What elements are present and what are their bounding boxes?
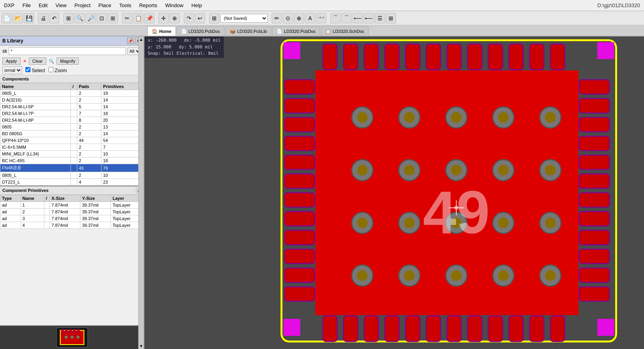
arr3-btn[interactable]: ☰ (375, 13, 385, 23)
print-btn[interactable]: 🖨 (38, 13, 48, 23)
table-row[interactable]: DR2.54-M-LI-8P 8 20 (0, 117, 144, 124)
schdoc-icon: 📋 (325, 29, 331, 34)
grid-btn[interactable]: ⊞ (209, 13, 219, 23)
tab-pcbdoc2[interactable]: 📄 LD3320.PcbDoc (272, 26, 320, 36)
tab-schdoc[interactable]: 📋 LD3320.SchDoc (321, 26, 369, 36)
table-row[interactable]: ad 1 7.874mil 39.37mil TopLayer (0, 202, 144, 209)
apply-button[interactable]: Apply (2, 58, 21, 65)
table-row[interactable]: ad 2 7.874mil 39.37mil TopLayer (0, 209, 144, 215)
table-row[interactable]: QFP44-10*10 44 54 (0, 137, 144, 144)
magnify-icon[interactable]: 🔍 (49, 59, 54, 64)
arr2-btn[interactable]: ⟵ (364, 13, 374, 23)
comp-primitives: 18 (101, 110, 144, 117)
clear-icon[interactable]: ✕ (23, 59, 27, 64)
menu-window[interactable]: Window (161, 1, 187, 10)
menu-help[interactable]: Help (187, 1, 206, 10)
col-prims[interactable]: Primitives (101, 83, 144, 90)
comp-pads: 44 (77, 137, 101, 144)
select-checkbox[interactable] (25, 67, 30, 72)
coord-btn[interactable]: ⁺⁰·⁰ (316, 13, 326, 23)
menu-place[interactable]: Place (95, 1, 116, 10)
undo-btn[interactable]: ↶ (49, 13, 59, 23)
arr1-btn[interactable]: ⟵ (352, 13, 363, 23)
table-row[interactable]: DR2.54-M-LI-5P 5 14 (0, 104, 144, 110)
table-row[interactable]: ad 4 7.874mil 39.37mil TopLayer (0, 222, 144, 229)
table-row[interactable]: BD 0805G 2 14 (0, 130, 144, 137)
not-saved-dropdown[interactable]: (Not Saved) (220, 14, 268, 23)
table-row[interactable]: MINI_MELF (LL34) 2 10 (0, 151, 144, 157)
filter-dropdown[interactable]: ormal (2, 66, 22, 74)
save-btn[interactable]: 💾 (24, 13, 34, 23)
redo2-btn[interactable]: ↩ (195, 13, 205, 23)
table-row[interactable]: FN48语音 49 79 (0, 164, 144, 172)
svg-rect-47 (284, 99, 314, 113)
pencil-btn[interactable]: ✏ (272, 13, 282, 23)
menu-tools[interactable]: Tools (115, 1, 135, 10)
via-btn[interactable]: ⊙ (283, 13, 293, 23)
menu-dxp[interactable]: DXP (0, 1, 19, 10)
zoom-out-btn[interactable]: 🔎 (86, 13, 96, 23)
table-row[interactable]: 0805_L 2 10 (0, 172, 144, 179)
tab-pcblib[interactable]: 📦 LD3320.PcbLib (225, 26, 271, 36)
svg-rect-23 (343, 44, 358, 70)
table-row[interactable]: 0805 2 13 (0, 124, 144, 130)
prim-col-type[interactable]: Type (0, 195, 21, 202)
clear-button[interactable]: Clear (29, 58, 46, 65)
select-btn[interactable]: ⊕ (170, 13, 180, 23)
open-btn[interactable]: 📂 (13, 13, 23, 23)
tab-home[interactable]: 🏠 Home (147, 26, 176, 36)
zoom-area-btn[interactable]: ⊞ (108, 13, 118, 23)
text-btn[interactable]: A (305, 13, 315, 23)
menu-file[interactable]: File (19, 1, 35, 10)
pin-btn[interactable]: 📌 (127, 38, 133, 44)
resize-handle[interactable]: ▲ ▼ (138, 36, 144, 349)
menu-view[interactable]: View (51, 1, 70, 10)
comp-slash (70, 117, 77, 124)
pcb-svg[interactable]: 49 (145, 36, 644, 349)
col-slash[interactable]: / (70, 83, 77, 90)
arc1-btn[interactable]: ⌒ (330, 13, 341, 23)
cut-btn[interactable]: ✂ (122, 13, 132, 23)
target-btn[interactable]: ⊕ (294, 13, 304, 23)
search-input[interactable] (9, 47, 126, 55)
table-row[interactable]: BC HC-49S 2 18 (0, 157, 144, 164)
col-name[interactable]: Name (0, 83, 71, 90)
layers-btn[interactable]: ⊞ (63, 13, 74, 23)
table-row[interactable]: 0805_L 2 19 (0, 90, 144, 97)
svg-rect-68 (579, 268, 610, 282)
zoom-checkbox[interactable] (48, 67, 53, 72)
comp-slash (70, 124, 77, 130)
svg-rect-31 (509, 44, 523, 70)
menu-reports[interactable]: Reports (135, 1, 161, 10)
tab-pcbdoc1[interactable]: 📄 LD3320.PcbDoc (177, 26, 225, 36)
menu-project[interactable]: Project (70, 1, 94, 10)
svg-point-109 (545, 270, 556, 281)
table-row[interactable]: ad 3 7.874mil 39.37mil TopLayer (0, 215, 144, 222)
prim-col-slash[interactable]: / (44, 195, 50, 202)
arc2-btn[interactable]: ⌒ (341, 13, 352, 23)
svg-rect-39 (426, 316, 440, 341)
prim-col-ysize[interactable]: Y-Size (80, 195, 111, 202)
table-row[interactable]: DR2.54-M-LI-7P 7 18 (0, 110, 144, 117)
table-row[interactable]: D A(3216) 2 14 (0, 97, 144, 104)
col-pads[interactable]: Pads (77, 83, 101, 90)
prim-col-name[interactable]: Name (21, 195, 44, 202)
arr4-btn[interactable]: ⊞ (386, 13, 396, 23)
table-row[interactable]: DT223_L 4 23 (0, 179, 144, 186)
scroll-up-arrow[interactable]: ▲ (139, 36, 144, 42)
menu-edit[interactable]: Edit (35, 1, 51, 10)
new-btn[interactable]: 📄 (2, 13, 12, 23)
paste-btn[interactable]: 📌 (144, 13, 154, 23)
table-row[interactable]: IC-6×5.5MM 2 7 (0, 144, 144, 151)
magnify-button[interactable]: Magnify (57, 58, 79, 65)
svg-rect-57 (284, 287, 314, 301)
copy-btn[interactable]: 📋 (133, 13, 143, 23)
scroll-down-arrow[interactable]: ▼ (139, 343, 144, 349)
zoom-in-btn[interactable]: 🔍 (74, 13, 85, 23)
prim-col-xsize[interactable]: X-Size (50, 195, 80, 202)
zoom-fit-btn[interactable]: ⊡ (97, 13, 107, 23)
comp-name: 0805_L (0, 90, 71, 97)
canvas-area[interactable]: x: -260.000 dx: -5.000 mil y: 15.000 dy:… (145, 36, 644, 349)
redo-btn[interactable]: ↷ (184, 13, 194, 23)
move-btn[interactable]: ✛ (158, 13, 169, 23)
